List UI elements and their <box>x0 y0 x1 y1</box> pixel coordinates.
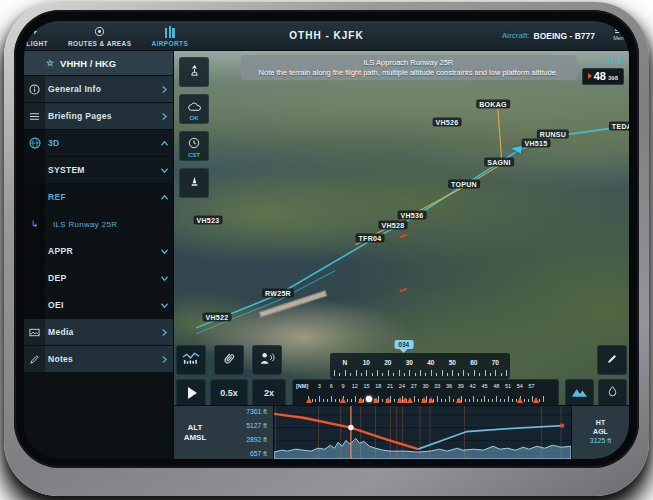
follow-aircraft-icon <box>187 63 202 82</box>
waypoint-marker <box>533 397 539 403</box>
current-position-dot[interactable] <box>366 396 372 402</box>
terrain-toggle-button[interactable] <box>565 379 594 405</box>
ruler-tick-number: 27 <box>411 383 417 389</box>
profile-chart[interactable] <box>274 406 571 459</box>
ht-agl-value: 3125 ft <box>590 437 611 446</box>
sidebar-item-ils-runway-25r[interactable]: ↳ILS Runway 25R <box>24 211 173 238</box>
height-agl-panel: HT AGL 3125 ft <box>571 406 629 459</box>
clock-tool-button[interactable]: CST <box>179 131 209 161</box>
waypoint-label-sagni: SAGNI <box>484 158 514 167</box>
sidebar-item-oei[interactable]: OEI <box>24 292 173 319</box>
narration-button[interactable] <box>252 345 282 375</box>
app-screen: ✈FLIGHTROUTES & AREASAIRPORTS OTHH - KJF… <box>24 21 629 459</box>
aircraft-symbol <box>510 144 522 153</box>
sidebar-item-system[interactable]: SYSTEM <box>24 157 173 184</box>
airport-header[interactable]: ☆ VHHH / HKG <box>24 51 173 76</box>
ruler-tick-number: 57 <box>529 383 535 389</box>
chevron-up-icon <box>155 194 173 201</box>
icon-spacer <box>24 238 45 264</box>
chevron-down-icon <box>155 248 173 255</box>
ruler-tick-number: 33 <box>434 383 440 389</box>
alt-trend-arrow-icon <box>588 73 592 79</box>
altitude-readout: ALT 48 398 <box>582 56 624 85</box>
menu-icon <box>615 25 626 35</box>
tablet-bezel: ✈FLIGHTROUTES & AREASAIRPORTS OTHH - KJF… <box>14 10 639 468</box>
chevron-right-icon <box>155 328 173 337</box>
globe-icon <box>24 130 45 156</box>
favorite-star-icon[interactable]: ☆ <box>46 58 54 68</box>
chevron-down-icon <box>155 275 173 282</box>
waypoint-label-runsu: RUNSU <box>537 130 569 139</box>
waypoint-label-vh523: VH523 <box>194 216 223 225</box>
alt-axis-label-2: AMSL <box>184 433 207 443</box>
alt-readout-label: ALT <box>582 56 624 66</box>
profile-chart-icon <box>182 351 201 369</box>
profile-chart-button[interactable] <box>176 345 206 375</box>
alt-readout-sub: 398 <box>608 75 618 81</box>
chevron-up-icon <box>155 140 173 147</box>
waypoint-label-topun: TOPUN <box>448 180 480 189</box>
map-tool-column: OKCST <box>179 57 209 198</box>
sidebar-item-ref[interactable]: REF <box>24 184 173 211</box>
waypoint-label-vh528: VH528 <box>379 221 408 230</box>
sidebar-item-general-info[interactable]: General Info <box>24 76 173 103</box>
airport-title: VHHH / HKG <box>60 58 116 69</box>
waypoint-label-vh536: VH536 <box>398 211 427 220</box>
speed-double-button[interactable]: 2x <box>252 379 286 405</box>
alt-tick-label: 7361 ft <box>216 408 267 415</box>
ruler-tick-number: 42 <box>470 383 476 389</box>
sidebar-list: General InfoBriefing Pages3DSYSTEMREF↳IL… <box>24 76 173 373</box>
landmark-icon <box>188 174 201 192</box>
ruler-tick-number: 48 <box>493 383 499 389</box>
chevron-right-icon <box>155 85 173 94</box>
map-toolbar-row <box>176 345 627 375</box>
alt-tick-label: 2892 ft <box>216 436 267 443</box>
sidebar-item-label: DEP <box>45 273 155 283</box>
weather-cloud-status-label: OK <box>190 115 199 121</box>
speed-half-button[interactable]: 0.5x <box>210 379 248 405</box>
sidebar-item-notes[interactable]: Notes <box>24 346 173 373</box>
aircraft-info: Aircraft: BOEING - B777 <box>502 21 595 50</box>
sidebar-item-3d[interactable]: 3D <box>24 130 173 157</box>
sidebar-item-label: General Info <box>45 84 155 94</box>
annotate-button[interactable] <box>597 345 627 375</box>
ruler-tick-number: 18 <box>375 383 381 389</box>
aircraft-value: BOEING - B777 <box>534 31 595 41</box>
icon-spacer <box>24 157 45 183</box>
waypoint-marker <box>517 397 523 403</box>
sidebar-item-appr[interactable]: APPR <box>24 238 173 265</box>
terrain-3d-map[interactable]: ILS Approach Runway 25R Note the terrain… <box>174 51 629 405</box>
ruler-tick-number: 54 <box>517 383 523 389</box>
mountain-icon <box>571 384 588 402</box>
ruler-unit: [NM] <box>296 383 308 389</box>
ruler-tick-number: 12 <box>352 383 358 389</box>
waypoint-marker <box>421 397 427 403</box>
waypoint-label-vh526: VH526 <box>433 118 462 127</box>
waypoint-marker <box>428 397 434 403</box>
tab-label: FLIGHT <box>24 40 48 47</box>
weather-cloud-tool-button[interactable]: OK <box>179 94 209 124</box>
waypoint-label-tfr04: TFR04 <box>356 234 385 243</box>
ruler-tick-number: 6 <box>330 383 333 389</box>
ruler-tick-number: 3 <box>318 383 321 389</box>
distance-ruler[interactable]: [NM] 36912151821242730333639424548515457… <box>292 379 559 405</box>
landmark-tool-button[interactable] <box>179 168 209 198</box>
follow-aircraft-tool-button[interactable] <box>179 57 209 87</box>
sidebar-item-briefing-pages[interactable]: Briefing Pages <box>24 103 173 130</box>
list-icon <box>24 103 45 129</box>
ruler-tick-number: 15 <box>363 383 369 389</box>
precipitation-toggle-button[interactable] <box>598 379 627 405</box>
waypoint-marker <box>340 397 346 403</box>
alt-axis-ticks: 7361 ft5127 ft2892 ft657 ft <box>216 406 273 459</box>
sidebar-item-label: Notes <box>45 354 155 364</box>
playback-row: 0.5x 2x [NM] 369121518212427303336394245… <box>176 379 627 405</box>
alt-readout-value: 48 <box>594 70 606 82</box>
attachment-button[interactable] <box>214 345 244 375</box>
play-button[interactable] <box>176 379 206 405</box>
sidebar-item-dep[interactable]: DEP <box>24 265 173 292</box>
menu-button[interactable]: Menu <box>613 25 627 41</box>
sidebar-item-media[interactable]: Media <box>24 319 173 346</box>
profile-chart-svg <box>274 406 571 459</box>
sidebar-item-label: APPR <box>45 246 155 256</box>
tab-label: AIRPORTS <box>151 40 188 47</box>
